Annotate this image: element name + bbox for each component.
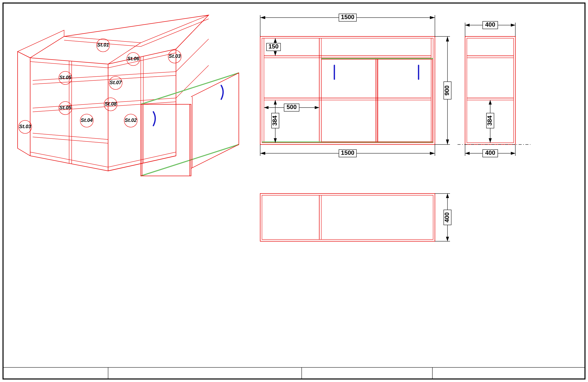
svg-marker-83 [274, 100, 277, 105]
dim-front-bottom: 1500 [341, 149, 354, 156]
svg-marker-102 [465, 152, 470, 155]
svg-marker-80 [315, 106, 319, 109]
svg-line-4 [33, 72, 176, 80]
dim-front-shelf: 150 [268, 43, 279, 50]
svg-text:St.07: St.07 [110, 80, 122, 85]
balloon-st01: St.01 [97, 39, 110, 52]
balloon-st04: St.04 [80, 114, 93, 127]
svg-marker-107 [489, 138, 492, 143]
svg-marker-60 [430, 16, 435, 19]
dim-front-low: 384 [271, 115, 278, 126]
svg-line-9 [33, 137, 108, 143]
svg-rect-52 [321, 59, 378, 142]
svg-text:St.05: St.05 [59, 105, 72, 110]
svg-text:St.03: St.03 [19, 124, 31, 129]
svg-line-5 [33, 75, 176, 84]
svg-rect-110 [262, 195, 433, 240]
dim-side-top: 400 [485, 21, 495, 28]
balloon-st07: St.07 [109, 76, 122, 89]
svg-rect-53 [377, 59, 432, 142]
svg-marker-75 [274, 38, 277, 43]
svg-marker-59 [260, 16, 265, 19]
svg-marker-116 [446, 194, 449, 198]
dim-top-height: 400 [443, 212, 450, 222]
svg-text:St.05: St.05 [59, 75, 72, 80]
svg-text:St.03: St.03 [169, 53, 181, 59]
front-view [260, 36, 435, 145]
balloon-st02: St.02 [124, 114, 137, 127]
top-dims: 400 [435, 194, 451, 241]
svg-marker-72 [446, 139, 449, 145]
svg-text:St.08: St.08 [105, 101, 117, 107]
dim-front-height: 900 [443, 85, 450, 96]
svg-marker-96 [465, 24, 470, 27]
svg-marker-97 [511, 24, 515, 27]
dim-front-top: 1500 [341, 14, 354, 20]
svg-rect-109 [260, 194, 435, 241]
balloon-st06: St.06 [127, 53, 140, 66]
dim-front-col: 500 [287, 104, 297, 110]
balloon-st03-left: St.03 [19, 120, 32, 133]
svg-line-11 [176, 65, 209, 98]
svg-line-12 [141, 73, 239, 104]
svg-text:St.04: St.04 [81, 117, 93, 123]
svg-marker-66 [430, 152, 435, 155]
side-dims: 400 400 384 [465, 21, 515, 157]
svg-marker-79 [264, 106, 268, 109]
svg-marker-117 [446, 237, 449, 241]
svg-marker-65 [260, 152, 265, 155]
drawing-sheet: St.01 St.06 St.03 St.05 St.07 St.05 St.0… [0, 0, 588, 382]
svg-marker-103 [511, 152, 515, 155]
svg-text:St.02: St.02 [125, 117, 137, 123]
svg-line-8 [33, 133, 108, 139]
svg-rect-38 [260, 36, 435, 145]
svg-marker-76 [274, 51, 277, 56]
svg-marker-106 [489, 100, 492, 105]
balloon-st03-right: St.03 [168, 50, 181, 63]
balloon-st08: St.08 [104, 98, 117, 111]
svg-marker-71 [446, 36, 449, 41]
sheet-border [3, 3, 585, 379]
balloon-st05-top: St.05 [59, 71, 72, 84]
front-dims: 1500 1500 900 150 500 384 [260, 14, 451, 157]
svg-rect-39 [262, 38, 433, 143]
balloon-st05-mid: St.05 [59, 102, 72, 115]
top-view [260, 194, 435, 241]
dim-side-low: 384 [486, 115, 493, 126]
iso-view: St.01 St.06 St.03 St.05 St.07 St.05 St.0… [18, 15, 239, 176]
svg-text:St.06: St.06 [127, 56, 140, 61]
svg-rect-14 [141, 104, 191, 176]
dim-side-bottom: 400 [485, 149, 495, 156]
svg-text:St.01: St.01 [97, 42, 109, 47]
